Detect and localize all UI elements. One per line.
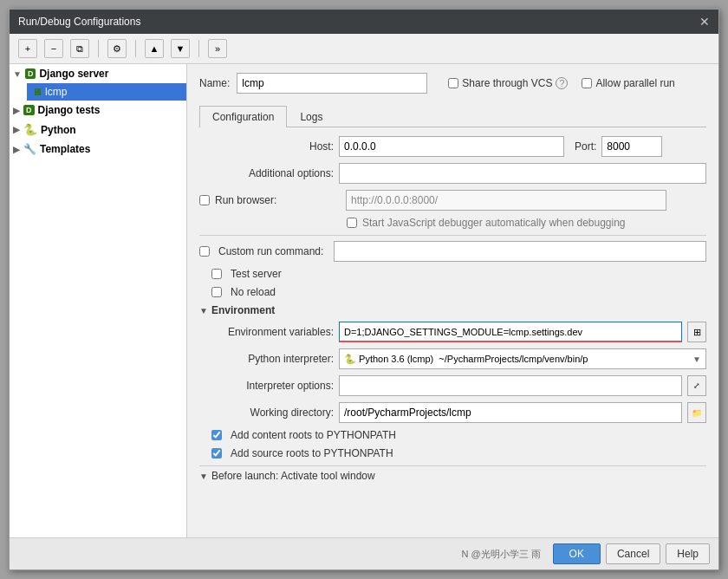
env-edit-button[interactable]: ⊞ [687, 322, 706, 342]
title-bar: Run/Debug Configurations ✕ [10, 10, 718, 34]
env-vars-label: Environment variables: [199, 326, 334, 338]
interpreter-options-row: Interpreter options: ⤢ [199, 375, 706, 396]
chevron-right-icon: ▶ [13, 106, 20, 115]
sidebar-group-templates[interactable]: ▶ 🔧 Templates [10, 140, 186, 159]
port-label: Port: [575, 140, 596, 153]
toolbar: + − ⧉ ⚙ ▲ ▼ » [10, 34, 718, 64]
sidebar-group-python[interactable]: ▶ 🐍 Python [10, 120, 186, 140]
host-row: Host: Port: [199, 136, 706, 157]
sidebar-group-django-tests-label: Django tests [38, 104, 101, 116]
test-server-label: Test server [231, 268, 282, 280]
additional-input[interactable] [339, 163, 706, 184]
run-browser-checkbox[interactable] [199, 195, 210, 205]
sidebar-group-django-tests[interactable]: ▶ D Django tests [10, 101, 186, 120]
add-content-label: Add content roots to PYTHONPATH [231, 429, 396, 441]
up-button[interactable]: ▲ [145, 39, 164, 58]
run-browser-label: Run browser: [215, 194, 341, 206]
share-vcs-checkbox[interactable] [448, 78, 458, 88]
environment-section[interactable]: ▼ Environment [199, 304, 706, 316]
no-reload-checkbox[interactable] [211, 287, 222, 297]
host-label: Host: [199, 140, 334, 153]
django-server-icon: D [25, 68, 36, 79]
add-button[interactable]: + [18, 39, 37, 58]
working-dir-browse-button[interactable]: 📁 [687, 402, 706, 423]
copy-button[interactable]: ⧉ [70, 39, 89, 58]
separator2 [135, 40, 136, 57]
run-debug-dialog: Run/Debug Configurations ✕ + − ⧉ ⚙ ▲ ▼ »… [9, 9, 719, 570]
remove-button[interactable]: − [44, 39, 63, 58]
separator [98, 40, 99, 57]
cancel-button[interactable]: Cancel [606, 543, 660, 564]
working-dir-input[interactable] [339, 402, 682, 423]
add-content-row: Add content roots to PYTHONPATH [211, 429, 706, 441]
add-source-checkbox[interactable] [211, 448, 222, 459]
name-area: Name: Share through VCS ? Allow parallel… [199, 73, 706, 101]
python-icon: 🐍 [23, 123, 37, 136]
run-browser-input[interactable] [346, 190, 666, 211]
custom-run-checkbox[interactable] [199, 246, 210, 257]
no-reload-row: No reload [211, 286, 706, 298]
before-launch-section: ▼ Before launch: Activate tool window [199, 465, 706, 485]
chevron-right-icon2: ▶ [13, 125, 20, 134]
content-panel: Name: Share through VCS ? Allow parallel… [187, 64, 718, 537]
ok-button[interactable]: OK [553, 543, 601, 564]
working-dir-label: Working directory: [199, 407, 334, 419]
tabs: Configuration Logs [199, 106, 706, 127]
env-vars-row: Environment variables: ⊞ [199, 322, 706, 342]
django-server-icon-small: 🖥 [32, 87, 42, 97]
python-interpreter-label: Python interpreter: [199, 353, 334, 365]
working-dir-row: Working directory: 📁 [199, 402, 706, 423]
interpreter-dropdown-icon: ▼ [692, 355, 701, 364]
env-vars-input[interactable] [339, 322, 682, 342]
name-input[interactable] [237, 73, 427, 94]
parallel-run-checkbox[interactable] [582, 78, 592, 88]
name-label: Name: [199, 77, 230, 89]
test-server-checkbox[interactable] [211, 269, 222, 279]
more-button[interactable]: » [208, 39, 227, 58]
js-debugger-checkbox[interactable] [347, 218, 357, 228]
before-launch-label: Before launch: Activate tool window [211, 470, 375, 482]
wrench-icon: 🔧 [23, 143, 36, 155]
add-content-checkbox[interactable] [211, 430, 222, 440]
js-debugger-label: Start JavaScript debugger automatically … [362, 217, 626, 229]
tab-configuration[interactable]: Configuration [199, 106, 287, 127]
sidebar-group-python-label: Python [41, 124, 76, 136]
no-reload-label: No reload [231, 286, 276, 298]
port-input[interactable] [601, 136, 662, 157]
add-source-row: Add source roots to PYTHONPATH [211, 447, 706, 459]
custom-run-row: Custom run command: [199, 241, 706, 262]
run-browser-row: Run browser: [199, 190, 706, 211]
python-interpreter-value: 🐍 Python 3.6 (lcmp) ~/PycharmProjects/lc… [344, 354, 588, 365]
chevron-down-env-icon: ▼ [199, 306, 208, 316]
django-tests-icon: D [23, 105, 35, 115]
sidebar-item-lcmp[interactable]: 🖥 lcmp [27, 83, 186, 101]
custom-run-label: Custom run command: [218, 245, 323, 257]
help-button[interactable]: Help [666, 543, 710, 564]
parallel-run-label: Allow parallel run [595, 77, 674, 89]
settings-button[interactable]: ⚙ [107, 39, 127, 58]
help-vcs-icon: ? [556, 77, 568, 89]
custom-run-input[interactable] [334, 241, 706, 262]
python-interpreter-row: Python interpreter: 🐍 Python 3.6 (lcmp) … [199, 348, 706, 369]
tab-logs[interactable]: Logs [287, 106, 335, 127]
close-icon[interactable]: ✕ [699, 15, 710, 29]
sidebar: ▼ D Django server 🖥 lcmp ▶ D Django test… [10, 64, 187, 537]
chevron-right-icon3: ▶ [13, 145, 20, 154]
configuration-content: Host: Port: Additional options: Run brow… [199, 136, 706, 485]
environment-label: Environment [211, 304, 275, 316]
bottom-bar: N @光明小学三 雨 OK Cancel Help [10, 537, 718, 569]
down-button[interactable]: ▼ [171, 39, 190, 58]
sidebar-group-django-server[interactable]: ▼ D Django server [10, 64, 186, 83]
python-interpreter-select[interactable]: 🐍 Python 3.6 (lcmp) ~/PycharmProjects/lc… [339, 348, 706, 369]
js-debugger-row: Start JavaScript debugger automatically … [347, 217, 706, 229]
interpreter-options-input[interactable] [339, 375, 682, 396]
sidebar-group-templates-label: Templates [40, 143, 90, 155]
watermark: N @光明小学三 雨 [461, 548, 540, 561]
additional-options-row: Additional options: [199, 163, 706, 184]
main-area: ▼ D Django server 🖥 lcmp ▶ D Django test… [10, 64, 718, 537]
additional-label: Additional options: [199, 167, 334, 179]
expand-interpreter-button[interactable]: ⤢ [687, 375, 706, 396]
sidebar-group-django-server-label: Django server [39, 68, 108, 80]
host-input[interactable] [339, 136, 564, 157]
share-vcs-label: Share through VCS [462, 77, 552, 89]
